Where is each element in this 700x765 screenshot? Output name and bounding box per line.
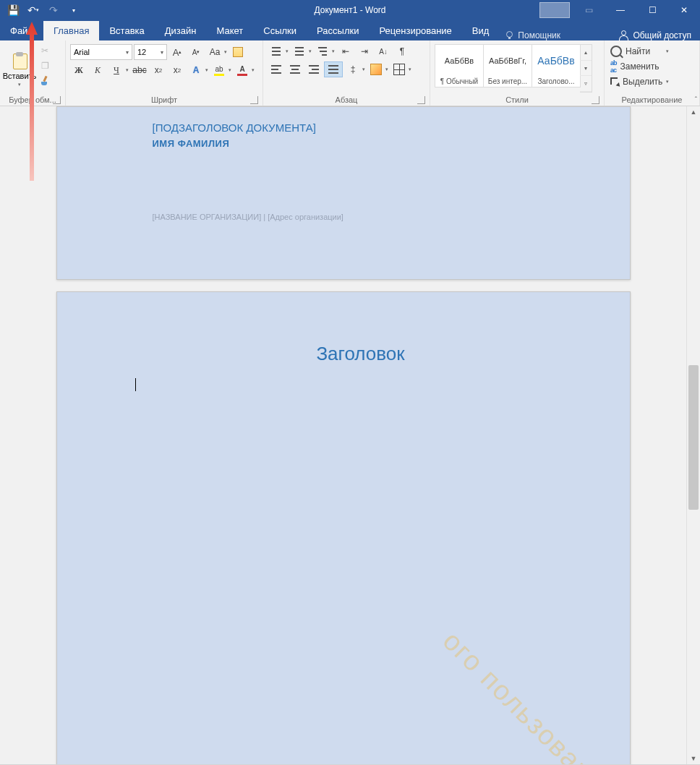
group-font: Arial▾ 12▾ A▴ A▾ Aa Ж К Ч abc x2 x2 A ab… — [66, 40, 263, 106]
strike-button[interactable]: abc — [131, 63, 148, 77]
replace-button[interactable]: abacЗаменить — [607, 59, 672, 74]
align-left-icon[interactable] — [268, 62, 285, 77]
multilevel-icon — [318, 47, 327, 56]
font-size-combo[interactable]: 12▾ — [134, 44, 167, 60]
font-color-icon: A — [237, 65, 247, 76]
style-no-spacing[interactable]: АаБбВвГг, Без интер... — [483, 44, 532, 87]
tab-file[interactable]: Файл — [0, 21, 43, 40]
cut-icon[interactable]: ✂ — [38, 44, 52, 57]
maximize-icon[interactable]: ☐ — [636, 0, 668, 20]
style-heading[interactable]: АаБбВв Заголово... — [532, 44, 581, 87]
shrink-font-icon[interactable]: A▾ — [187, 45, 205, 59]
find-icon — [610, 46, 622, 57]
italic-button[interactable]: К — [89, 63, 106, 77]
text-effects-button[interactable]: A — [187, 63, 209, 77]
doc-subtitle[interactable]: [ПОДЗАГОЛОВОК ДОКУМЕНТА] — [153, 121, 586, 134]
select-button[interactable]: Выделить▾ — [607, 74, 672, 89]
numbering-icon — [295, 47, 304, 56]
doc-author[interactable]: ИМЯ ФАМИЛИЯ — [153, 138, 586, 149]
doc-heading[interactable]: Заголовок — [135, 343, 586, 365]
person-icon — [618, 30, 628, 40]
scroll-thumb[interactable] — [688, 365, 699, 510]
save-icon[interactable]: 💾 — [4, 1, 22, 19]
account-placeholder — [539, 2, 570, 18]
copy-icon[interactable]: ❐ — [38, 59, 52, 72]
numbering-button[interactable] — [291, 44, 312, 59]
document-area[interactable]: [ПОДЗАГОЛОВОК ДОКУМЕНТА] ИМЯ ФАМИЛИЯ [НА… — [0, 106, 686, 764]
vertical-scrollbar[interactable]: ▲ ▼ — [686, 106, 700, 764]
tab-view[interactable]: Вид — [462, 21, 500, 40]
group-editing: Найти▾ abacЗаменить Выделить▾ Редактиров… — [605, 40, 700, 106]
border-icon — [393, 64, 405, 75]
doc-org[interactable]: [НАЗВАНИЕ ОРГАНИЗАЦИИ] | [Адрес организа… — [153, 213, 586, 221]
sort-icon[interactable]: A↓ — [375, 44, 392, 59]
tab-review[interactable]: Рецензирование — [369, 21, 461, 40]
indent-increase-icon[interactable]: ⇥ — [356, 44, 373, 59]
effects-icon: A — [190, 65, 202, 75]
multilevel-button[interactable] — [314, 44, 336, 59]
undo-icon[interactable]: ↶▾ — [25, 1, 42, 19]
paste-icon — [9, 51, 30, 70]
shading-icon — [370, 64, 382, 75]
scroll-down-icon[interactable]: ▼ — [687, 753, 700, 764]
share-button[interactable]: Общий доступ — [614, 30, 700, 40]
font-dialog-icon[interactable] — [250, 96, 258, 104]
workspace: [ПОДЗАГОЛОВОК ДОКУМЕНТА] ИМЯ ФАМИЛИЯ [НА… — [0, 106, 700, 764]
line-spacing-button[interactable]: ‡ — [344, 62, 366, 77]
tell-me[interactable]: Помощник — [499, 30, 566, 40]
tab-home[interactable]: Главная — [43, 21, 99, 40]
paste-button[interactable]: Вставить ▾ — [3, 43, 36, 94]
highlight-button[interactable]: ab — [210, 63, 232, 77]
subscript-button[interactable]: x2 — [150, 63, 167, 77]
align-center-icon[interactable] — [286, 62, 304, 77]
replace-icon: abac — [610, 59, 617, 74]
highlight-icon: ab — [214, 65, 224, 76]
tab-insert[interactable]: Вставка — [99, 21, 154, 40]
collapse-ribbon-icon[interactable]: ˆ — [695, 96, 697, 104]
shading-button[interactable] — [367, 62, 389, 77]
bulb-icon — [505, 31, 513, 40]
scroll-up-icon[interactable]: ▲ — [687, 106, 700, 118]
grow-font-icon[interactable]: A▴ — [168, 45, 186, 59]
align-justify-icon[interactable] — [324, 61, 343, 77]
page-1[interactable]: [ПОДЗАГОЛОВОК ДОКУМЕНТА] ИМЯ ФАМИЛИЯ [НА… — [56, 106, 631, 280]
group-clipboard: Вставить ▾ ✂ ❐ Буфер обм... — [0, 40, 66, 106]
ribbon-options-icon[interactable]: ▭ — [573, 0, 605, 20]
tab-layout[interactable]: Макет — [206, 21, 253, 40]
qat-customize-icon[interactable]: ▾ — [65, 1, 82, 19]
bullets-icon — [272, 47, 281, 56]
tab-mailings[interactable]: Рассылки — [307, 21, 369, 40]
group-styles: АаБбВв ¶ Обычный АаБбВвГг, Без интер... … — [430, 40, 605, 106]
find-button[interactable]: Найти▾ — [607, 44, 672, 59]
para-dialog-icon[interactable] — [417, 96, 425, 104]
title-bar: 💾 ↶▾ ↷ ▾ Документ1 - Word ▭ — ☐ ✕ — [0, 0, 700, 20]
style-normal[interactable]: АаБбВв ¶ Обычный — [435, 44, 484, 87]
font-name-combo[interactable]: Arial▾ — [70, 44, 132, 60]
tab-references[interactable]: Ссылки — [253, 21, 307, 40]
superscript-button[interactable]: x2 — [168, 63, 186, 77]
redo-icon[interactable]: ↷ — [45, 1, 62, 19]
clipboard-dialog-icon[interactable] — [53, 96, 61, 104]
bullets-button[interactable] — [268, 44, 289, 59]
show-marks-icon[interactable]: ¶ — [393, 44, 411, 59]
underline-button[interactable]: Ч — [108, 63, 129, 77]
borders-button[interactable] — [390, 62, 412, 77]
clear-format-icon[interactable] — [229, 45, 247, 59]
styles-dialog-icon[interactable] — [592, 96, 599, 104]
select-icon — [610, 77, 619, 86]
font-color-button[interactable]: A — [234, 63, 255, 77]
bold-button[interactable]: Ж — [70, 63, 88, 77]
format-painter-icon[interactable] — [38, 74, 52, 87]
minimize-icon[interactable]: — — [605, 0, 636, 20]
change-case-button[interactable]: Aa — [206, 45, 228, 59]
group-paragraph: ⇤ ⇥ A↓ ¶ ‡ Абзац — [263, 40, 430, 106]
page-2[interactable]: Заголовок ого пользования — [56, 291, 631, 764]
text-cursor — [135, 378, 136, 391]
watermark-text: ого пользования — [437, 625, 623, 764]
indent-decrease-icon[interactable]: ⇤ — [337, 44, 354, 59]
styles-expand[interactable]: ▴▾▿ — [580, 44, 592, 93]
align-right-icon[interactable] — [305, 62, 323, 77]
ribbon: Вставить ▾ ✂ ❐ Буфер обм... Arial▾ 12▾ A… — [0, 40, 700, 106]
close-icon[interactable]: ✕ — [668, 0, 700, 20]
tab-design[interactable]: Дизайн — [155, 21, 207, 40]
